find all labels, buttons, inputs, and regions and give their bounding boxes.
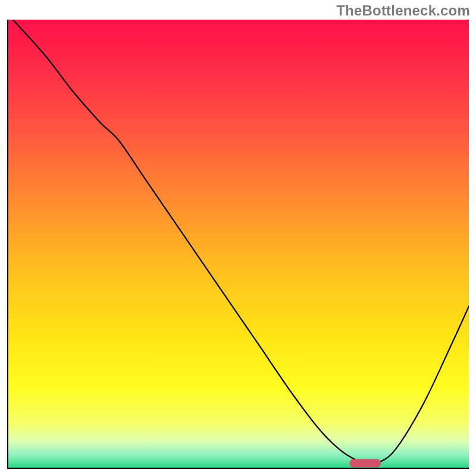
plot-area	[7, 20, 469, 469]
chart-container: TheBottleneck.com	[0, 0, 476, 476]
bottleneck-chart	[8, 20, 469, 468]
attribution-label: TheBottleneck.com	[336, 2, 470, 19]
gradient-background	[8, 20, 469, 468]
